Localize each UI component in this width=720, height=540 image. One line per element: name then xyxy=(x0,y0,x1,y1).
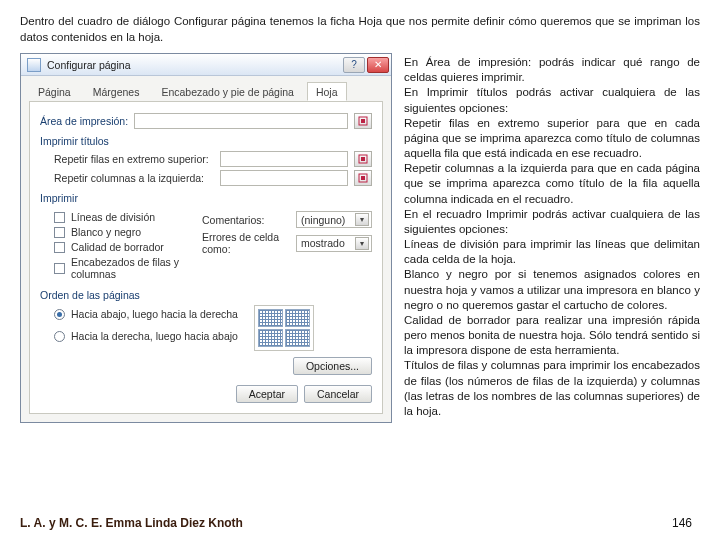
radio-over-then-down-label: Hacia la derecha, luego hacia abajo xyxy=(71,330,238,342)
page-footer: L. A. y M. C. E. Emma Linda Diez Knoth 1… xyxy=(20,516,692,530)
svg-rect-3 xyxy=(361,157,365,161)
cell-errors-label: Errores de celda como: xyxy=(202,231,290,255)
explain-p3: Repetir filas en extremo superior para q… xyxy=(404,116,700,162)
explanation-text: En Área de impresión: podrás indicar qué… xyxy=(404,53,700,423)
comments-value: (ninguno) xyxy=(301,214,345,226)
tab-panel-sheet: Área de impresión: Imprimir títulos Repe… xyxy=(29,101,383,414)
repeat-rows-input[interactable] xyxy=(220,151,348,167)
radio-over-then-down[interactable] xyxy=(54,331,65,342)
chevron-down-icon: ▾ xyxy=(355,237,369,250)
explain-p2: En Imprimir títulos podrás activar cualq… xyxy=(404,85,700,115)
repeat-cols-label: Repetir columnas a la izquierda: xyxy=(54,172,214,184)
print-area-input[interactable] xyxy=(134,113,348,129)
repeat-rows-range-picker[interactable] xyxy=(354,151,372,167)
check-gridlines[interactable] xyxy=(54,212,65,223)
explain-p6: Líneas de división para imprimir las lín… xyxy=(404,237,700,267)
repeat-cols-range-picker[interactable] xyxy=(354,170,372,186)
print-area-range-picker[interactable] xyxy=(354,113,372,129)
explain-p1: En Área de impresión: podrás indicar qué… xyxy=(404,55,700,85)
close-button[interactable]: ✕ xyxy=(367,57,389,73)
help-button[interactable]: ? xyxy=(343,57,365,73)
tab-margins[interactable]: Márgenes xyxy=(84,82,149,101)
check-gridlines-label: Líneas de división xyxy=(71,211,155,223)
svg-rect-5 xyxy=(361,176,365,180)
page-setup-dialog: Configurar página ? ✕ Página Márgenes En… xyxy=(20,53,392,423)
cancel-button[interactable]: Cancelar xyxy=(304,385,372,403)
check-draft[interactable] xyxy=(54,242,65,253)
radio-down-then-over[interactable] xyxy=(54,309,65,320)
help-icon: ? xyxy=(351,60,357,70)
comments-select[interactable]: (ninguno)▾ xyxy=(296,211,372,228)
check-draft-label: Calidad de borrador xyxy=(71,241,164,253)
cell-errors-select[interactable]: mostrado▾ xyxy=(296,235,372,252)
explain-p7: Blanco y negro por si tenemos asignados … xyxy=(404,267,700,313)
page-order-group: Orden de las páginas xyxy=(40,289,372,301)
explain-p5: En el recuadro Imprimir podrás activar c… xyxy=(404,207,700,237)
chevron-down-icon: ▾ xyxy=(355,213,369,226)
range-select-icon xyxy=(358,116,368,126)
check-headings-label: Encabezados de filas y columnas xyxy=(71,256,184,280)
page-order-diagram xyxy=(254,305,314,351)
check-bw[interactable] xyxy=(54,227,65,238)
print-area-label: Área de impresión: xyxy=(40,115,128,127)
explain-p8: Calidad de borrador para realizar una im… xyxy=(404,313,700,359)
explain-p9: Títulos de filas y columnas para imprimi… xyxy=(404,358,700,419)
ok-button[interactable]: Aceptar xyxy=(236,385,298,403)
svg-rect-1 xyxy=(361,119,365,123)
comments-label: Comentarios: xyxy=(202,214,290,226)
tabstrip: Página Márgenes Encabezado y pie de pági… xyxy=(21,76,391,101)
print-group: Imprimir xyxy=(40,192,372,204)
tab-header-footer[interactable]: Encabezado y pie de página xyxy=(152,82,303,101)
options-button[interactable]: Opciones... xyxy=(293,357,372,375)
repeat-cols-input[interactable] xyxy=(220,170,348,186)
range-select-icon xyxy=(358,154,368,164)
tab-sheet[interactable]: Hoja xyxy=(307,82,347,101)
check-bw-label: Blanco y negro xyxy=(71,226,141,238)
tab-page[interactable]: Página xyxy=(29,82,80,101)
cell-errors-value: mostrado xyxy=(301,237,345,249)
radio-down-then-over-label: Hacia abajo, luego hacia la derecha xyxy=(71,308,238,320)
dialog-titlebar: Configurar página ? ✕ xyxy=(21,54,391,76)
footer-page-number: 146 xyxy=(672,516,692,530)
range-select-icon xyxy=(358,173,368,183)
intro-paragraph: Dentro del cuadro de diálogo Configurar … xyxy=(0,0,720,53)
check-headings[interactable] xyxy=(54,263,65,274)
dialog-title: Configurar página xyxy=(47,59,343,71)
close-icon: ✕ xyxy=(374,60,382,70)
print-titles-group: Imprimir títulos xyxy=(40,135,372,147)
dialog-app-icon xyxy=(27,58,41,72)
explain-p4: Repetir columnas a la izquierda para que… xyxy=(404,161,700,207)
footer-author: L. A. y M. C. E. Emma Linda Diez Knoth xyxy=(20,516,243,530)
repeat-rows-label: Repetir filas en extremo superior: xyxy=(54,153,214,165)
